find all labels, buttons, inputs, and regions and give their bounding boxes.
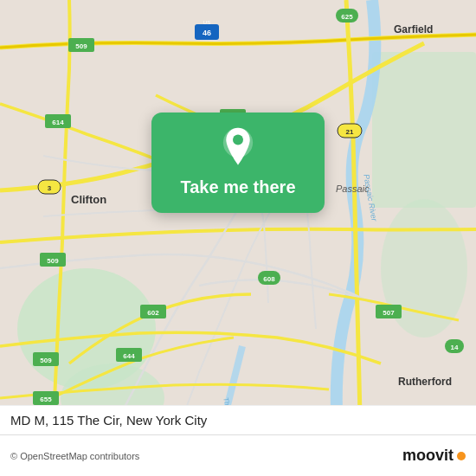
svg-text:655: 655: [40, 396, 52, 403]
location-pin-icon: [217, 126, 259, 168]
svg-text:602: 602: [147, 309, 159, 317]
svg-text:Rutherford: Rutherford: [398, 376, 452, 388]
moovit-logo: moovit: [402, 447, 466, 465]
svg-text:608: 608: [263, 275, 275, 283]
svg-text:Garfield: Garfield: [394, 23, 433, 35]
svg-text:614: 614: [52, 119, 64, 126]
location-text: MD M, 115 The Cir, New York City: [10, 413, 207, 428]
svg-point-43: [233, 134, 243, 145]
map-container: 46 US 509 625 614 3 21 613 509 608 602 5…: [0, 0, 476, 476]
svg-text:625: 625: [341, 13, 353, 21]
svg-text:US: US: [203, 20, 210, 25]
svg-text:509: 509: [75, 42, 87, 50]
take-me-there-button[interactable]: Take me there: [180, 177, 295, 197]
info-bar: © OpenStreetMap contributors moovit: [0, 434, 476, 476]
svg-text:3: 3: [48, 184, 52, 192]
svg-text:Clifton: Clifton: [71, 193, 106, 206]
osm-credit: © OpenStreetMap contributors: [10, 451, 139, 461]
svg-text:509: 509: [47, 257, 59, 265]
svg-text:644: 644: [123, 352, 135, 360]
svg-text:46: 46: [203, 29, 211, 37]
svg-text:509: 509: [40, 357, 52, 364]
moovit-brand-name: moovit: [402, 447, 453, 465]
svg-text:14: 14: [451, 344, 459, 351]
svg-text:21: 21: [346, 128, 354, 136]
moovit-dot-icon: [457, 452, 466, 460]
svg-rect-3: [372, 52, 476, 208]
svg-text:507: 507: [383, 309, 395, 317]
location-title: MD M, 115 The Cir, New York City: [0, 405, 476, 434]
cta-card[interactable]: Take me there: [151, 113, 325, 213]
